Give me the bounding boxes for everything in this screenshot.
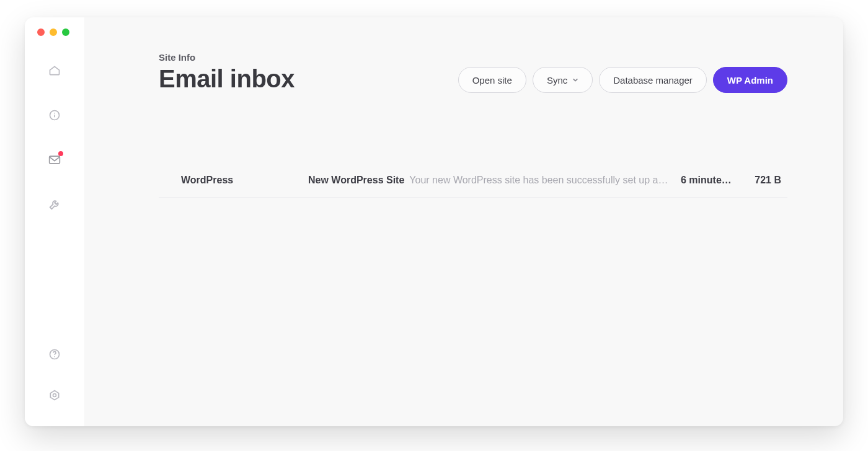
database-manager-label: Database manager [613,75,693,85]
breadcrumb: Site Info [159,52,294,63]
notification-badge [58,151,63,156]
page-title: Email inbox [159,65,294,93]
svg-point-7 [53,394,56,397]
mail-icon[interactable] [47,152,62,167]
page-header: Site Info Email inbox Open site Sync Dat… [159,52,787,93]
maximize-window-button[interactable] [62,28,69,36]
sync-button[interactable]: Sync [533,67,593,93]
email-size: 721 B [744,175,781,186]
email-inbox-list: WordPress New WordPress Site Your new Wo… [159,166,787,198]
email-time: 6 minutes … [681,175,737,186]
window-controls [37,28,69,36]
settings-icon[interactable] [47,388,62,403]
open-site-label: Open site [472,75,512,85]
svg-point-2 [54,113,55,114]
wp-admin-label: WP Admin [727,75,773,85]
header-actions: Open site Sync Database manager WP Admin [458,67,787,93]
email-subject: New WordPress Site [308,175,404,186]
sync-label: Sync [547,75,567,85]
chevron-down-icon [572,77,578,83]
wp-admin-button[interactable]: WP Admin [713,67,787,93]
email-preview: Your new WordPress site has been success… [409,175,668,186]
email-sender: WordPress [181,175,308,186]
sidebar [25,17,84,426]
minimize-window-button[interactable] [50,28,57,36]
database-manager-button[interactable]: Database manager [599,67,707,93]
svg-marker-6 [50,391,58,400]
main-content: Site Info Email inbox Open site Sync Dat… [84,17,843,426]
email-row[interactable]: WordPress New WordPress Site Your new Wo… [159,166,787,198]
home-icon[interactable] [47,63,62,78]
help-icon[interactable] [47,347,62,362]
svg-point-5 [54,356,55,357]
info-icon[interactable] [47,108,62,123]
tools-icon[interactable] [47,197,62,212]
close-window-button[interactable] [37,28,45,36]
open-site-button[interactable]: Open site [458,67,526,93]
app-window: Site Info Email inbox Open site Sync Dat… [25,17,843,426]
svg-rect-3 [50,156,60,164]
